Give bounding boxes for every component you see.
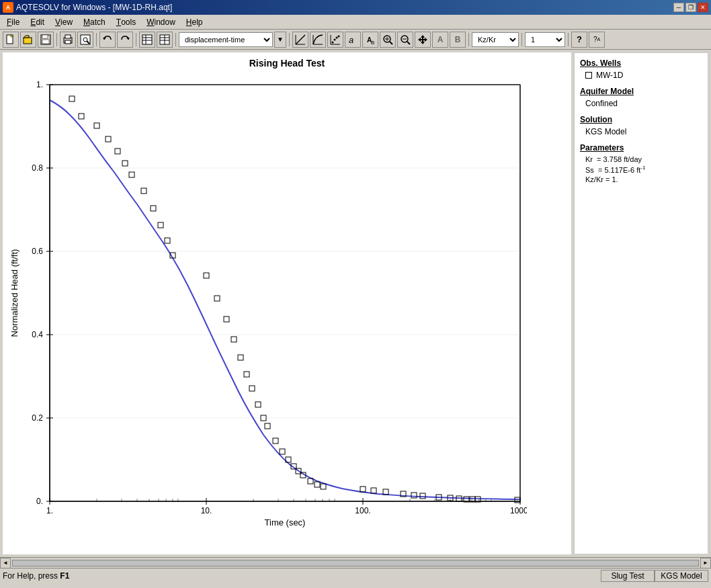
param-kzkr: Kz/Kr = 1. (585, 175, 702, 183)
status-slug-test: Slug Test (601, 570, 655, 582)
table-button[interactable] (139, 32, 155, 48)
linear-chart-button[interactable] (292, 32, 308, 48)
menu-window[interactable]: Window (141, 15, 181, 29)
solution-title: Solution (580, 115, 702, 124)
scroll-right-button[interactable]: ► (700, 558, 711, 569)
param-ss: Ss = 5.117E-6 ft-1 (585, 165, 702, 174)
sep2 (96, 33, 97, 46)
param-kzkr-name: Kz/Kr (585, 175, 603, 183)
svg-text:0.4: 0.4 (32, 330, 43, 339)
svg-text:0.: 0. (36, 497, 43, 506)
help-button[interactable]: ? (571, 32, 587, 48)
new-button[interactable] (3, 32, 19, 48)
obs-wells-title: Obs. Wells (580, 58, 702, 68)
parameters-title: Parameters (580, 143, 702, 153)
chart-svg[interactable]: 0. 0.2 0.4 0.6 0.8 1. Normalized Head (f… (9, 71, 527, 528)
menu-tools[interactable]: Tools (111, 15, 141, 29)
scroll-left-button[interactable]: ◄ (0, 558, 11, 569)
param-kr-value: = 3.758 ft/day (595, 155, 642, 163)
svg-text:1.: 1. (46, 506, 53, 515)
toolbar: displacement-time head-time recovery ▼ a… (0, 30, 711, 50)
kzkr-dropdown[interactable]: Kz/Kr (472, 32, 519, 47)
svg-text:0.2: 0.2 (32, 413, 43, 423)
svg-rect-5 (42, 40, 49, 44)
well-name: MW-1D (596, 71, 623, 80)
restore-button[interactable]: ❐ (685, 3, 696, 12)
sep6 (468, 33, 469, 46)
scroll-area: ◄ ► (0, 557, 711, 568)
sep4 (175, 33, 176, 46)
chart-title: Rising Head Test (3, 58, 571, 69)
svg-rect-4 (42, 35, 48, 38)
svg-marker-43 (418, 35, 427, 44)
svg-text:Normalized Head (ft/ft): Normalized Head (ft/ft) (9, 249, 19, 337)
svg-line-37 (390, 42, 392, 44)
svg-text:1000.: 1000. (510, 506, 527, 515)
well-symbol (585, 72, 592, 79)
menu-bar: File Edit View Match Tools Window Help (0, 15, 711, 30)
svg-rect-7 (65, 35, 71, 38)
param-ss-name: Ss (585, 166, 594, 174)
scroll-track[interactable] (12, 560, 699, 566)
svg-text:B: B (371, 40, 374, 45)
menu-help[interactable]: Help (181, 15, 208, 29)
svg-marker-2 (24, 36, 29, 38)
svg-point-27 (332, 41, 334, 43)
type-button[interactable]: AB (362, 32, 378, 48)
preview-button[interactable] (77, 32, 93, 48)
zoom-in-button[interactable] (380, 32, 396, 48)
log-chart-button[interactable] (310, 32, 326, 48)
move-button[interactable] (415, 32, 431, 48)
svg-rect-14 (142, 35, 152, 44)
param-kr-name: Kr (585, 155, 593, 163)
print-button[interactable] (60, 32, 76, 48)
number-dropdown[interactable]: 1 (525, 32, 565, 47)
menu-edit[interactable]: Edit (25, 15, 50, 29)
tag-button-A[interactable]: A (432, 32, 448, 48)
redo-button[interactable] (117, 32, 133, 48)
menu-match[interactable]: Match (78, 15, 111, 29)
svg-line-22 (296, 35, 305, 44)
svg-text:10.: 10. (201, 506, 212, 515)
param-kr: Kr = 3.758 ft/day (585, 155, 702, 163)
chart-container: Rising Head Test 0. 0.2 0.4 0.6 (3, 52, 571, 554)
status-kgs-model: KGS Model (655, 570, 708, 582)
zoom-out-button[interactable] (397, 32, 413, 48)
main-area: Rising Head Test 0. 0.2 0.4 0.6 (0, 50, 711, 557)
svg-text:100.: 100. (355, 506, 370, 515)
table2-button[interactable] (157, 32, 173, 48)
menu-file[interactable]: File (1, 15, 25, 29)
plot-type-dropdown[interactable]: displacement-time head-time recovery (179, 32, 273, 47)
minimize-button[interactable]: ─ (673, 3, 684, 12)
svg-text:Time (sec): Time (sec) (265, 517, 306, 528)
svg-point-28 (334, 38, 336, 40)
sep7 (521, 33, 522, 46)
param-kzkr-value: = 1. (605, 175, 618, 183)
about-button[interactable]: ?A (589, 32, 605, 48)
scatter-button[interactable] (327, 32, 343, 48)
title-bar: A AQTESOLV for Windows - [MW-1D-RH.aqt] … (0, 0, 711, 15)
symbol-button[interactable]: a (345, 32, 361, 48)
status-bar: For Help, press F1 Slug Test KGS Model (0, 568, 711, 583)
close-button[interactable]: ✕ (698, 3, 708, 12)
undo-button[interactable] (99, 32, 116, 48)
svg-rect-44 (50, 85, 520, 501)
menu-view[interactable]: View (50, 15, 78, 29)
param-ss-value: = 5.117E-6 ft-1 (596, 166, 645, 174)
sep5 (289, 33, 290, 46)
svg-rect-1 (24, 38, 32, 44)
svg-line-41 (407, 42, 410, 44)
svg-text:0.6: 0.6 (32, 247, 43, 256)
svg-rect-8 (65, 40, 71, 44)
aquifer-model-value: Confined (585, 99, 702, 108)
f1-key: F1 (60, 571, 69, 581)
dropdown-arrow[interactable]: ▼ (274, 32, 286, 48)
save-button[interactable] (38, 32, 54, 48)
svg-text:1.: 1. (36, 80, 43, 89)
svg-point-29 (336, 36, 338, 38)
tag-button-B[interactable]: B (450, 32, 466, 48)
open-button[interactable] (20, 32, 36, 48)
help-text: For Help, press F1 (3, 571, 69, 581)
sep8 (568, 33, 569, 46)
window-title: AQTESOLV for Windows - [MW-1D-RH.aqt] (16, 3, 172, 12)
